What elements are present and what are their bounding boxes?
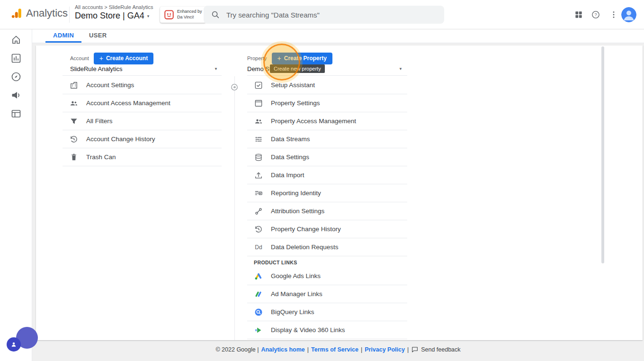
app-name: Analytics bbox=[26, 7, 68, 19]
property-item-data-settings[interactable]: Data Settings bbox=[247, 148, 407, 166]
identity-icon bbox=[254, 189, 263, 198]
history-icon bbox=[69, 135, 79, 144]
trash-icon bbox=[69, 153, 79, 162]
property-column-header: Property + Create Property bbox=[247, 52, 332, 64]
property-item-setup-assistant[interactable]: Setup Assistant bbox=[247, 76, 407, 94]
property-item-change-history[interactable]: Property Change History bbox=[247, 220, 407, 238]
window-icon bbox=[254, 99, 263, 108]
feedback-bubble-icon bbox=[411, 346, 419, 353]
advertising-icon[interactable] bbox=[10, 90, 22, 101]
apps-grid-icon[interactable] bbox=[574, 10, 583, 19]
property-item-data-import[interactable]: Data Import bbox=[247, 166, 407, 184]
search-icon bbox=[210, 9, 221, 20]
breadcrumb: All accounts > SlideRule Analytics Demo … bbox=[75, 4, 153, 21]
svg-text:?: ? bbox=[594, 12, 597, 17]
footer-separator: | bbox=[307, 346, 309, 353]
account-item-access-management[interactable]: Account Access Management bbox=[63, 94, 222, 112]
davinci-icon bbox=[164, 9, 174, 20]
property-item-settings[interactable]: Property Settings bbox=[247, 94, 407, 112]
analytics-logo[interactable]: Analytics bbox=[10, 7, 68, 19]
property-item-data-deletion-requests[interactable]: Dd Data Deletion Requests bbox=[247, 238, 407, 256]
avatar-icon bbox=[621, 7, 636, 22]
history-icon bbox=[254, 225, 263, 234]
admin-content: Account + Create Account SlideRule Analy… bbox=[32, 43, 644, 361]
product-link-ad-manager[interactable]: Ad Manager Links bbox=[247, 285, 407, 303]
support-launcher-button[interactable] bbox=[7, 337, 21, 352]
property-item-access-management[interactable]: Property Access Management bbox=[247, 112, 407, 130]
dv360-icon bbox=[254, 325, 263, 335]
database-icon bbox=[254, 153, 263, 162]
filter-icon bbox=[69, 117, 79, 126]
scrollbar[interactable] bbox=[601, 46, 604, 263]
account-switcher[interactable]: Demo Store | GA4 ▾ bbox=[75, 11, 153, 21]
bigquery-icon bbox=[254, 307, 263, 317]
account-switcher-arrow-icon: ▾ bbox=[147, 14, 150, 18]
explore-icon[interactable] bbox=[10, 71, 22, 82]
left-nav bbox=[0, 29, 32, 361]
people-icon bbox=[69, 99, 79, 108]
help-icon[interactable]: ? bbox=[591, 10, 600, 19]
user-avatar[interactable] bbox=[621, 7, 636, 22]
attribution-icon bbox=[254, 207, 263, 216]
footer-link-terms[interactable]: Terms of Service bbox=[311, 346, 358, 353]
reports-icon[interactable] bbox=[10, 53, 22, 64]
people-icon bbox=[254, 117, 263, 126]
admin-tabbar: ADMIN USER bbox=[32, 29, 644, 43]
dropdown-arrow-icon: ▼ bbox=[399, 67, 406, 71]
home-icon[interactable] bbox=[10, 34, 22, 45]
product-links-header: PRODUCT LINKS bbox=[254, 260, 297, 265]
admin-card: Account + Create Account SlideRule Analy… bbox=[36, 45, 643, 340]
product-link-dv360[interactable]: Display & Video 360 Links bbox=[247, 321, 407, 339]
streams-icon bbox=[254, 135, 263, 144]
account-item-change-history[interactable]: Account Change History bbox=[63, 130, 222, 148]
create-account-button[interactable]: + Create Account bbox=[94, 53, 153, 64]
dropdown-arrow-icon: ▼ bbox=[214, 67, 222, 71]
footer-link-analytics-home[interactable]: Analytics home bbox=[261, 346, 304, 353]
account-column-header: Account + Create Account bbox=[70, 52, 153, 64]
dd-icon: Dd bbox=[254, 243, 263, 252]
account-item-settings[interactable]: Account Settings bbox=[63, 76, 222, 94]
breadcrumb-path: All accounts > SlideRule Analytics bbox=[75, 4, 153, 10]
footer-separator: | bbox=[407, 346, 409, 353]
header-divider bbox=[69, 7, 70, 23]
property-menu-list: Setup Assistant Property Settings Proper… bbox=[247, 76, 407, 256]
upload-icon bbox=[254, 171, 263, 180]
product-link-bigquery[interactable]: BigQuery Links bbox=[247, 303, 407, 321]
copyright-text: © 2022 Google | bbox=[215, 346, 259, 353]
google-ads-icon bbox=[254, 271, 263, 281]
send-feedback-link[interactable]: Send feedback bbox=[411, 346, 460, 353]
enhanced-by-davinci-badge[interactable]: Enhanced by Da Vinci! bbox=[160, 7, 206, 23]
more-vertical-icon[interactable] bbox=[609, 10, 618, 19]
ga-admin-page: Analytics All accounts > SlideRule Analy… bbox=[0, 0, 644, 361]
column-divider bbox=[234, 76, 235, 340]
account-item-all-filters[interactable]: All Filters bbox=[63, 112, 222, 130]
footer-separator: | bbox=[361, 346, 362, 353]
expand-column-button[interactable] bbox=[230, 83, 239, 91]
building-icon bbox=[69, 81, 79, 90]
search-input[interactable] bbox=[225, 10, 438, 19]
plus-icon: + bbox=[99, 54, 103, 62]
product-links-list: Google Ads Links Ad Manager Links BigQue… bbox=[247, 267, 407, 339]
tab-user[interactable]: USER bbox=[81, 29, 114, 43]
property-item-data-streams[interactable]: Data Streams bbox=[247, 130, 407, 148]
account-item-trash-can[interactable]: Trash Can bbox=[63, 148, 222, 166]
admin-icon[interactable] bbox=[10, 108, 22, 119]
footer: © 2022 Google | Analytics home | Terms o… bbox=[32, 346, 644, 353]
product-link-google-ads[interactable]: Google Ads Links bbox=[247, 267, 407, 285]
support-person-icon bbox=[10, 341, 18, 348]
property-item-attribution-settings[interactable]: Attribution Settings bbox=[247, 202, 407, 220]
property-item-reporting-identity[interactable]: Reporting Identity bbox=[247, 184, 407, 202]
account-label: Account bbox=[70, 55, 89, 61]
footer-link-privacy[interactable]: Privacy Policy bbox=[365, 346, 405, 353]
property-label: Property bbox=[247, 55, 267, 61]
checklist-icon bbox=[254, 81, 263, 90]
account-selector-dropdown[interactable]: SlideRule Analytics ▼ bbox=[63, 64, 222, 76]
account-menu-list: Account Settings Account Access Manageme… bbox=[63, 76, 222, 166]
ad-manager-icon bbox=[254, 289, 263, 299]
search-bar bbox=[204, 6, 444, 24]
tab-admin[interactable]: ADMIN bbox=[45, 29, 81, 43]
plus-icon: + bbox=[277, 54, 281, 62]
create-property-tooltip: Create new property bbox=[270, 64, 325, 73]
create-property-button[interactable]: + Create Property bbox=[272, 53, 332, 64]
ga-logo-icon bbox=[10, 7, 23, 19]
